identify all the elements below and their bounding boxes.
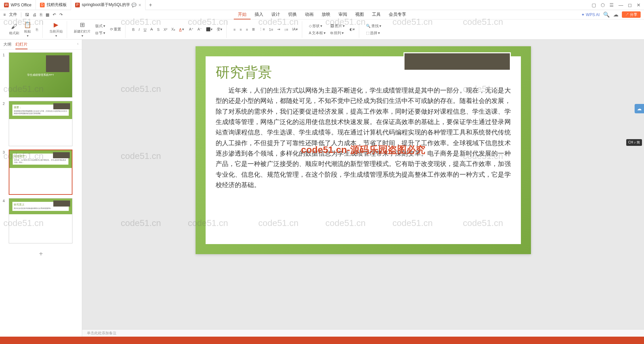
layout-button[interactable]: 版式▾ (94, 23, 107, 29)
strike-button[interactable]: A̶ (149, 26, 154, 32)
tab-review[interactable]: 审阅 (334, 10, 351, 19)
find-button[interactable]: 🔍 查找▾ (365, 23, 383, 29)
slide-number: 3 (3, 150, 9, 195)
slide-number: 1 (3, 52, 9, 98)
ppt-icon: P (75, 3, 80, 7)
numbering-button[interactable]: 1≡ (268, 26, 275, 32)
strikethrough-button[interactable]: S (156, 26, 161, 32)
from-current-button[interactable]: ▶当前开始▾ (48, 20, 64, 38)
italic-button[interactable]: I (137, 26, 141, 32)
slide-canvas[interactable]: 研究背景 近年来，人们的生活方式以网络为主题不断进化，学生成绩管理就是其中的一部… (196, 46, 531, 254)
tab-label: WPS Office (11, 3, 32, 7)
close-icon[interactable]: × (139, 2, 141, 8)
menu-icon[interactable]: ≡ (3, 12, 6, 17)
superscript-button[interactable]: X² (162, 26, 169, 32)
tab-tools[interactable]: 工具 (368, 10, 385, 19)
undo-icon[interactable]: ↶ (53, 12, 56, 17)
search-icon[interactable]: 🔍 (603, 11, 610, 18)
tab-transition[interactable]: 切换 (284, 10, 301, 19)
save-icon[interactable]: 🖫 (25, 12, 29, 17)
shape-button[interactable]: ◇ 形状▾ (308, 23, 327, 29)
quickbar: ≡ 文件 | 🖫 🖨 ⎘ ▦ ↶ ↷ 开始 插入 设计 切换 动画 放映 审阅 … (0, 10, 644, 19)
wps-ai-button[interactable]: ✦ WPS AI (581, 12, 600, 17)
close-window-icon[interactable]: ✕ (637, 2, 641, 8)
canvas-area: 研究背景 近年来，人们的生活方式以网络为主题不断进化，学生成绩管理就是其中的一部… (82, 40, 644, 337)
tab-document[interactable]: P springboot基于MySQL的学 💬 × (71, 0, 146, 10)
underline-button[interactable]: U (142, 26, 148, 32)
align-right-button[interactable]: ≡ (245, 26, 249, 32)
main-area: 大纲 幻灯片 ‹ 1 学生成绩管理系统PPT 2 摘要： 系统网络应用的普遍需要… (0, 40, 644, 337)
align-justify-button[interactable]: ≣ (251, 26, 256, 32)
file-menu[interactable]: 文件 (9, 12, 17, 17)
indent-button[interactable]: ⇥ (276, 26, 281, 32)
share-button[interactable]: ↗ 分享 (622, 11, 641, 18)
slide-body-text[interactable]: 近年来，人们的生活方式以网络为主题不断进化，学生成绩管理就是其中的一部分。现在，… (216, 85, 511, 190)
tab-design[interactable]: 设计 (267, 10, 284, 19)
font-size-up[interactable]: A⁺ (187, 26, 195, 33)
preview-icon[interactable]: ▦ (46, 12, 49, 17)
highlight-button[interactable]: ⬛▾ (205, 26, 214, 33)
slide-thumb-3[interactable]: 研究背景 近年来，人们的生活方式以网络为主题不断进化，学生成绩管理就是其中的一部… (9, 150, 72, 195)
new-slide-button[interactable]: ⊞新建幻灯片▾ (72, 20, 92, 38)
cloud-sidebar-button[interactable]: ☁ (635, 104, 644, 113)
tab-wps-office[interactable]: W WPS Office (0, 0, 36, 10)
tab-insert[interactable]: 插入 (251, 10, 267, 19)
align-left-button[interactable]: ≡ (232, 26, 237, 32)
add-tab-button[interactable]: + (146, 2, 155, 8)
select-button[interactable]: ⬚ 选择▾ (365, 30, 383, 36)
tab-slideshow[interactable]: 放映 (318, 10, 334, 19)
outline-tab[interactable]: 大纲 (3, 42, 11, 49)
wps-icon: W (4, 3, 9, 7)
notes-placeholder[interactable]: 单击此处添加备注 (82, 329, 644, 337)
picture-button[interactable]: 🖼 图片▾ (329, 23, 346, 29)
minimize-icon[interactable]: — (619, 2, 623, 8)
slide-thumb-1[interactable]: 学生成绩管理系统PPT (9, 52, 72, 98)
slide-number: 2 (3, 101, 9, 146)
align-center-button[interactable]: ≡ (238, 26, 243, 32)
tab-label: 找稻壳模板 (47, 2, 67, 8)
tab-start[interactable]: 开始 (234, 10, 251, 19)
cloud-icon[interactable]: ☁ (613, 11, 619, 18)
chat-icon[interactable]: 💬 (131, 3, 137, 7)
section-button[interactable]: ⊟ 节▾ (94, 30, 107, 36)
maximize-icon[interactable]: ◻ (628, 2, 632, 8)
print-icon[interactable]: 🖨 (33, 12, 37, 17)
font-size-down[interactable]: A⁻ (196, 26, 203, 33)
add-slide-button[interactable]: + (39, 250, 43, 258)
slide-thumb-2[interactable]: 摘要： 系统网络应用的普遍需要让社会进入扩展，开具信息方式的并发方向对大多数管理… (9, 101, 72, 146)
slide-decoration-box (404, 52, 511, 71)
paste-button[interactable]: 📋粘贴▾ (22, 20, 33, 38)
slide-number: 4 (3, 198, 9, 243)
control-icon[interactable]: ⬡ (601, 2, 605, 8)
tab-animation[interactable]: 动画 (301, 10, 318, 19)
control-icon[interactable]: ▢ (592, 2, 596, 8)
bullets-button[interactable]: ⋮≡ (258, 26, 266, 32)
copy-button[interactable]: ⎘ (35, 27, 40, 32)
template-icon: D (40, 3, 45, 7)
reset-button[interactable]: ⟳ 重置 (109, 26, 122, 33)
status-bar (0, 337, 644, 344)
clear-format-button[interactable]: 变▾ (215, 26, 224, 33)
tab-view[interactable]: 视图 (351, 10, 368, 19)
style-button[interactable]: ◐▾ (348, 26, 356, 32)
arrange-button[interactable]: ⧉ 排列▾ (329, 30, 346, 36)
textbox-button[interactable]: A 文本框▾ (308, 30, 327, 36)
slide-thumb-4[interactable]: 研究意义 现今社会信息技术的快速发展给社会带来深刻影响… (9, 198, 72, 243)
tab-member[interactable]: 会员专享 (385, 10, 410, 19)
subscript-button[interactable]: X₂ (170, 26, 176, 32)
export-icon[interactable]: ⎘ (40, 12, 42, 17)
slides-tab[interactable]: 幻灯片 (15, 42, 28, 49)
tab-label: springboot基于MySQL的学 (82, 2, 130, 8)
text-direction-button[interactable]: IA▾ (291, 26, 299, 32)
control-icon[interactable]: ☰ (609, 2, 614, 8)
collapse-icon[interactable]: ‹ (77, 42, 78, 49)
redo-icon[interactable]: ↷ (59, 12, 63, 17)
thumbnail-panel: 大纲 幻灯片 ‹ 1 学生成绩管理系统PPT 2 摘要： 系统网络应用的普遍需要… (0, 40, 82, 337)
line-spacing-button[interactable]: ↕≡ (283, 26, 289, 32)
format-painter-button[interactable]: 🖌格式刷 (8, 22, 20, 36)
ribbon: 🖌格式刷 📋粘贴▾ ⎘ ▶当前开始▾ ⊞新建幻灯片▾ 版式▾ ⊟ 节▾ ⟳ 重置… (0, 19, 644, 40)
window-controls: ▢ ⬡ ☰ — ◻ ✕ (592, 2, 644, 8)
tab-template[interactable]: D 找稻壳模板 (36, 0, 71, 10)
bold-button[interactable]: B (131, 26, 136, 32)
font-color-button[interactable]: A▾ (178, 26, 185, 32)
